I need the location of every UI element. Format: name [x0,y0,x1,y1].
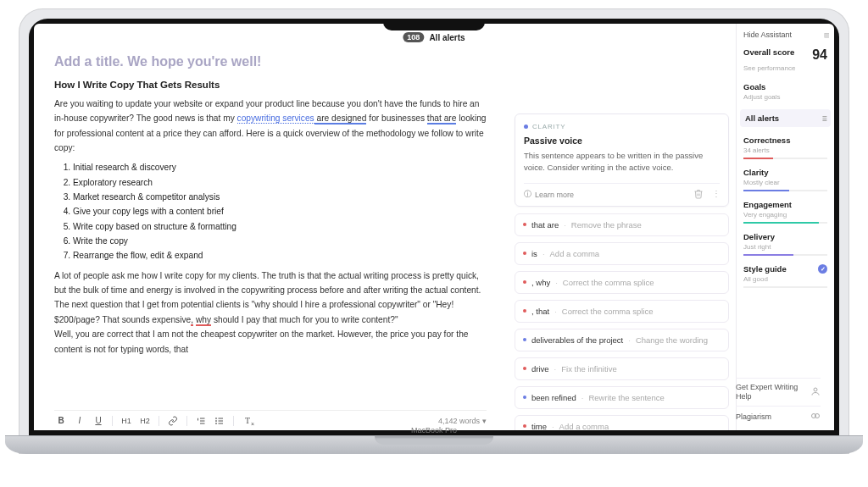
sidebar-footer: Get Expert Writing Help Plagiarism [736,378,827,427]
alert-mini-card[interactable]: is·Add a comma [515,242,729,265]
sliders-icon: ≡ [822,113,826,123]
toolbar-separator [159,416,159,426]
expert-help-link[interactable]: Get Expert Writing Help [736,378,821,406]
clarity-bar [743,190,827,191]
goals-section[interactable]: Goals Adjust goals [743,82,827,101]
svg-point-9 [814,388,817,391]
severity-dot-icon [523,223,526,226]
sidebar-item-style-guide[interactable]: Style guide ✓ All good [743,264,827,288]
alert-phrase: , why [531,278,550,287]
alert-description: This sentence appears to be written in t… [524,150,720,174]
list-item[interactable]: Write the copy [73,234,487,248]
camera-notch [383,19,485,30]
plagiarism-link[interactable]: Plagiarism [736,406,821,427]
learn-more-link[interactable]: ⓘ Learn more [524,189,574,200]
style-bar [743,286,827,288]
trash-icon[interactable] [693,189,704,201]
wordy-highlight[interactable]: that are [427,113,457,125]
svg-point-7 [216,420,217,421]
italic-button[interactable]: I [73,414,86,428]
alert-phrase: , that [531,307,549,316]
alert-hint: Rewrite the sentence [588,393,664,402]
active-alert-card[interactable]: CLARITY Passive voice This sentence appe… [515,113,729,207]
severity-dot-icon [523,309,526,313]
alert-phrase: deliverables of the project [531,335,623,345]
document-subtitle[interactable]: How I Write Copy That Gets Results [54,80,487,90]
alert-mini-card[interactable]: drive·Fix the infinitive [515,357,729,380]
h2-button[interactable]: H2 [138,414,152,428]
laptop-frame: 108 All alerts Add a title. We hope you'… [19,8,849,454]
check-icon: ✓ [818,264,827,274]
severity-dot-icon [523,396,526,399]
paragraph-4[interactable]: Well, you are correct that I am not the … [54,327,487,357]
engagement-bar [743,222,827,224]
alert-phrase: is [531,249,537,258]
severity-dot-icon [523,424,526,428]
screen-bezel: 108 All alerts Add a title. We hope you'… [29,19,839,435]
alert-hint: Add a comma [559,422,609,431]
alert-title: Passive voice [524,136,720,146]
hide-assistant-button[interactable]: Hide Assistant [743,30,792,39]
alert-phrase: been refined [531,393,576,402]
toolbar-separator [186,416,187,426]
app-screen: 108 All alerts Add a title. We hope you'… [34,24,834,430]
paragraph-1[interactable]: Are you waiting to update your website o… [54,97,487,155]
laptop-base: MacBook Pro [5,435,863,454]
alert-hint: Remove the phrase [571,220,642,230]
editor-pane[interactable]: Add a title. We hope you're well! How I … [34,24,507,430]
list-item[interactable]: Initial research & discovery [73,160,487,174]
sidebar-item-correctness[interactable]: Correctness 34 alerts [743,136,827,159]
sidebar-item-delivery[interactable]: Delivery Just right [743,232,827,256]
passive-highlight[interactable]: are designed [314,113,367,125]
severity-dot-icon [523,367,526,370]
alert-mini-card[interactable]: , that·Correct the comma splice [515,300,729,323]
sidebar-item-all-alerts[interactable]: All alerts ≡ [740,109,831,127]
title-placeholder[interactable]: Add a title. We hope you're well! [54,54,487,69]
list-item[interactable]: Give your copy legs with a content brief [73,204,487,219]
alert-mini-card[interactable]: deliverables of the project·Change the w… [515,329,729,351]
paragraph-3[interactable]: The next question that I get from potent… [54,297,487,327]
alert-phrase: drive [531,364,549,374]
link-button[interactable] [166,414,180,428]
alert-hint: Change the wording [636,335,708,345]
alert-hint: Correct the comma splice [562,307,654,316]
list-item[interactable]: Write copy based on structure & formatti… [73,219,487,234]
severity-dot-icon [523,280,526,284]
alert-mini-card[interactable]: been refined·Rewrite the sentence [515,386,729,409]
numbered-list-button[interactable] [194,414,208,428]
underline-button[interactable]: U [92,414,105,428]
see-performance-link[interactable]: See performance [743,64,827,72]
steps-list[interactable]: Initial research & discovery Exploratory… [73,160,487,263]
why-error[interactable]: why [196,315,211,326]
alert-mini-card[interactable]: time·Add a comma [515,415,729,431]
trackpad-notch [375,436,493,445]
paragraph-2[interactable]: A lot of people ask me how I write copy … [54,268,487,298]
severity-dot-icon [523,252,526,255]
copywriting-link[interactable]: copywriting services [237,113,314,124]
list-item[interactable]: Rearrange the flow, edit & expand [73,248,487,263]
info-icon: ⓘ [524,189,531,200]
svg-point-6 [216,418,217,418]
correctness-bar [743,158,827,159]
category-dot-icon [524,125,528,129]
toolbar-separator [233,416,234,426]
list-item[interactable]: Exploratory research [73,175,487,190]
alert-mini-card[interactable]: that are·Remove the phrase [515,213,729,236]
clear-format-button[interactable]: T× [241,414,254,428]
toolbar-separator [112,416,113,426]
bullet-list-button[interactable] [213,414,226,428]
alert-mini-card[interactable]: , why·Correct the comma splice [515,271,729,294]
delivery-bar [743,254,827,256]
sidebar-item-clarity[interactable]: Clarity Mostly clear [743,168,827,191]
overall-score[interactable]: Overall score 94 [743,47,827,63]
layout-icon[interactable]: ▥ [825,30,827,39]
word-count[interactable]: 4,142 words ▾ [438,417,487,425]
severity-dot-icon [523,338,526,341]
alert-hint: Fix the infinitive [561,364,616,374]
list-item[interactable]: Market research & competitor analysis [73,190,487,204]
bold-button[interactable]: B [54,414,68,428]
h1-button[interactable]: H1 [120,414,133,428]
more-icon[interactable]: ⋮ [712,189,720,201]
device-brand: MacBook Pro [411,426,457,434]
sidebar-item-engagement[interactable]: Engagement Very engaging [743,200,827,224]
